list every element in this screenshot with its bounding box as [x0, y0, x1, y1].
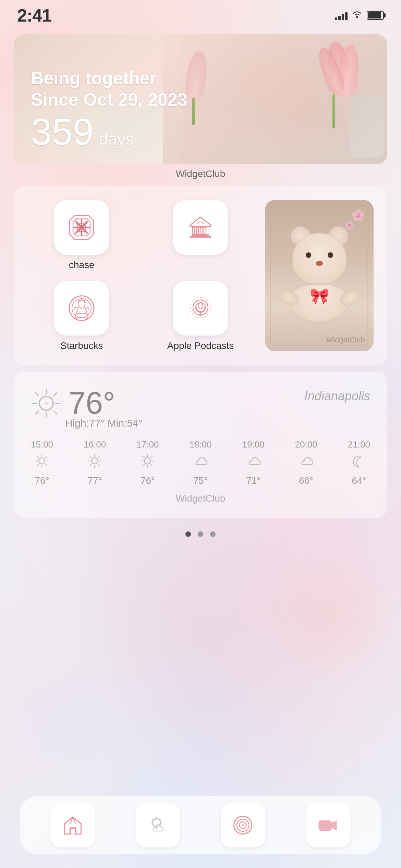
svg-line-31	[54, 411, 57, 414]
signal-icon	[335, 11, 348, 20]
svg-line-40	[37, 456, 39, 458]
weather-hour-1600: 16:00 77°	[84, 439, 106, 486]
target-icon	[232, 814, 254, 836]
svg-line-41	[45, 464, 47, 466]
svg-point-44	[39, 458, 45, 464]
hour-time-2000: 20:00	[295, 439, 317, 450]
weather-sun-icon	[31, 388, 62, 419]
svg-line-42	[45, 456, 47, 458]
svg-rect-76	[319, 820, 332, 831]
page-dot-3[interactable]	[210, 531, 216, 537]
video-icon	[317, 814, 339, 836]
svg-line-33	[36, 411, 39, 414]
page-dots	[0, 531, 401, 537]
days-label: days	[99, 130, 134, 149]
hour-temp-1800: 75°	[193, 475, 208, 486]
hour-temp-1700: 76°	[141, 475, 155, 486]
weather-hour-1900: 19:00 71°	[242, 439, 265, 486]
widget-banner-content: Being together Since Oct 29, 2023 359 da…	[31, 67, 187, 151]
svg-rect-13	[200, 227, 202, 234]
page-dot-2[interactable]	[198, 531, 203, 537]
svg-point-18	[74, 309, 75, 310]
chase-logo	[68, 214, 95, 241]
chase-label: chase	[69, 260, 95, 271]
weather-highlow: High:77° Min:54°	[65, 417, 143, 429]
hour-icon-1800	[193, 453, 208, 472]
svg-rect-14	[204, 227, 206, 234]
hour-temp-1600: 77°	[88, 475, 102, 486]
svg-line-51	[98, 456, 100, 458]
svg-point-19	[88, 309, 89, 310]
status-time: 2:41	[17, 5, 51, 26]
hour-icon-1900	[246, 453, 261, 472]
status-icons	[335, 10, 384, 22]
hour-icon-2000	[299, 453, 314, 472]
svg-line-49	[90, 456, 92, 458]
photo-widget-credit: WidgetClub	[326, 336, 365, 344]
hour-temp-1500: 76°	[35, 475, 49, 486]
podcasts-logo	[187, 294, 214, 322]
photo-widget[interactable]: 🎀 🌸 🌸 WidgetClub	[265, 200, 374, 351]
chase-icon-bg[interactable]	[54, 200, 109, 255]
widget-banner-credit: WidgetClub	[0, 168, 401, 179]
svg-rect-12	[196, 227, 198, 234]
hour-time-1600: 16:00	[84, 439, 106, 450]
svg-line-71	[159, 819, 160, 820]
battery-icon	[367, 11, 384, 20]
weather-hour-2000: 20:00 66°	[295, 439, 317, 486]
svg-line-43	[37, 464, 39, 466]
dock-target[interactable]	[221, 803, 265, 847]
svg-line-52	[90, 464, 92, 466]
widget-banner[interactable]: Being together Since Oct 29, 2023 359 da…	[14, 34, 387, 164]
starbucks-logo	[67, 294, 96, 323]
weather-main: 76° High:77° Min:54° Indianapolis	[31, 386, 370, 429]
starbucks-icon-bg[interactable]	[54, 281, 109, 336]
svg-line-69	[152, 819, 153, 820]
svg-line-32	[54, 393, 57, 396]
weather-widget[interactable]: 76° High:77° Min:54° Indianapolis 15:00 …	[14, 372, 387, 518]
bank-logo	[187, 214, 214, 241]
svg-rect-10	[190, 236, 211, 238]
dock-weather[interactable]	[136, 803, 180, 847]
hour-time-1900: 19:00	[242, 439, 265, 450]
hour-icon-1600	[87, 453, 102, 472]
page-dot-1[interactable]	[185, 531, 191, 537]
svg-rect-11	[193, 227, 195, 234]
app-icon-podcasts[interactable]: Apple Podcasts	[146, 281, 255, 351]
hour-icon-2100	[351, 453, 367, 472]
home-icon	[62, 814, 84, 836]
weather-hourly: 15:00 76° 16:00 77° 17:00 76°	[31, 439, 370, 486]
app-icon-bank[interactable]	[146, 200, 255, 271]
podcasts-icon-bg[interactable]	[173, 281, 228, 336]
bank-icon-bg[interactable]	[173, 200, 228, 255]
svg-rect-23	[199, 303, 202, 309]
banner-days: 359 days	[31, 113, 187, 151]
weather-app-icon	[147, 814, 169, 836]
weather-left: 76° High:77° Min:54°	[31, 386, 143, 429]
weather-temp-row: 76°	[31, 386, 143, 421]
svg-point-35	[45, 402, 48, 405]
weather-widget-credit: WidgetClub	[31, 493, 370, 504]
app-icon-chase[interactable]: chase	[27, 200, 136, 271]
weather-temperature: 76°	[69, 386, 115, 421]
svg-point-53	[92, 458, 98, 464]
svg-point-75	[242, 824, 244, 827]
hour-temp-2000: 66°	[299, 475, 313, 486]
status-bar: 2:41	[0, 0, 401, 27]
hour-time-1700: 17:00	[136, 439, 159, 450]
svg-line-60	[151, 456, 153, 458]
hour-temp-2100: 64°	[352, 475, 366, 486]
app-icon-starbucks[interactable]: Starbucks	[27, 281, 136, 351]
dock	[20, 796, 381, 854]
weather-hour-1500: 15:00 76°	[31, 439, 53, 486]
svg-line-58	[143, 456, 144, 458]
dock-home[interactable]	[51, 803, 95, 847]
svg-line-61	[143, 464, 144, 466]
hour-time-2100: 21:00	[348, 439, 370, 450]
hour-icon-1500	[34, 453, 50, 472]
weather-hour-1800: 18:00 75°	[189, 439, 211, 486]
hour-time-1500: 15:00	[31, 439, 53, 450]
svg-line-30	[36, 393, 39, 396]
svg-point-0	[356, 16, 358, 18]
dock-video[interactable]	[306, 803, 350, 847]
